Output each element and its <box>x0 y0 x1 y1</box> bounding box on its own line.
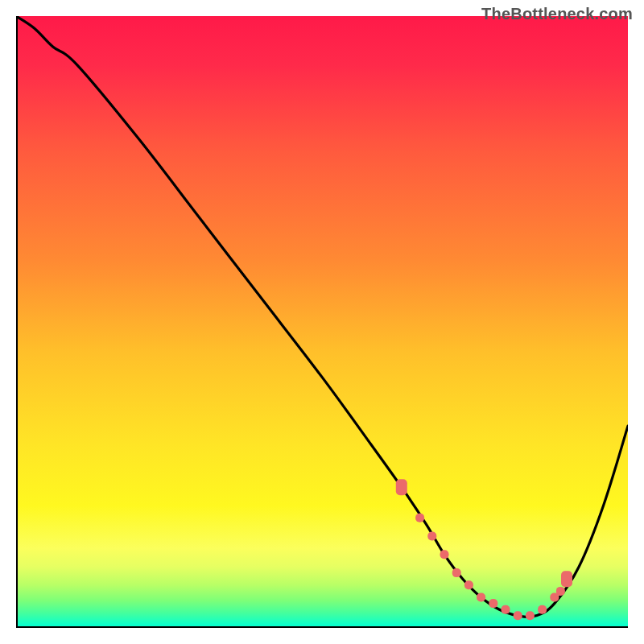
marker-bead <box>556 587 565 596</box>
gradient-background <box>16 16 628 628</box>
marker-bead <box>452 568 461 577</box>
marker-bead <box>440 550 449 559</box>
chart-root: TheBottleneck.com <box>0 0 644 644</box>
marker-bead <box>526 611 535 620</box>
plot-area <box>16 16 628 628</box>
marker-bead <box>415 514 424 522</box>
marker-bead <box>502 605 510 614</box>
marker-bead <box>427 532 436 541</box>
chart-svg <box>16 16 628 628</box>
marker-bead <box>538 605 547 614</box>
marker-bead <box>561 571 572 587</box>
marker-bead <box>464 580 473 589</box>
marker-bead <box>514 611 522 620</box>
marker-bead <box>489 599 497 608</box>
marker-bead <box>477 593 485 602</box>
watermark-label: TheBottleneck.com <box>481 5 633 23</box>
marker-bead <box>396 479 407 495</box>
